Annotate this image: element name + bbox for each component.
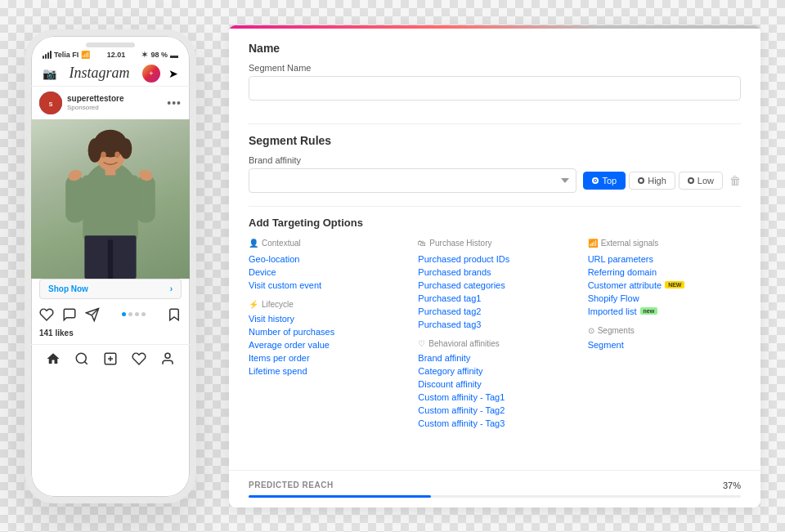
shopify-flow-link[interactable]: Shopify Flow: [588, 292, 741, 305]
lifetime-spend-link[interactable]: Lifetime spend: [249, 364, 401, 378]
category-affinity-link[interactable]: Category affinity: [418, 364, 571, 378]
stories-icon[interactable]: +: [142, 65, 160, 83]
segment-rules-title: Segment Rules: [249, 134, 741, 147]
home-nav-icon[interactable]: [46, 351, 61, 366]
purchased-brands-link[interactable]: Purchased brands: [418, 266, 571, 279]
profile-nav-icon[interactable]: [160, 351, 175, 366]
purchased-product-ids-link[interactable]: Purchased product IDs: [418, 253, 571, 266]
battery-label: 98 %: [150, 51, 168, 59]
search-nav-icon[interactable]: [74, 351, 89, 366]
bluetooth-icon: ✶: [141, 51, 148, 59]
shop-now-label: Shop Now: [48, 284, 88, 293]
predicted-reach-section: PREDICTED REACH 37%: [229, 470, 760, 507]
targeting-columns: 👤 Contextual Geo-location Device Visit c…: [249, 239, 741, 430]
segments-subsection: ⊙ Segments Segment: [588, 326, 741, 351]
lifecycle-header: ⚡ Lifecycle: [249, 300, 401, 309]
radio-dot-top: [592, 177, 599, 184]
svg-rect-9: [65, 175, 84, 222]
radio-high[interactable]: High: [629, 172, 675, 190]
num-purchases-link[interactable]: Number of purchases: [249, 325, 401, 338]
avg-order-value-link[interactable]: Average order value: [249, 338, 401, 351]
radio-low[interactable]: Low: [679, 172, 723, 190]
referring-domain-link[interactable]: Referring domain: [588, 266, 741, 279]
segments-header: ⊙ Segments: [588, 326, 741, 335]
add-nav-icon[interactable]: [103, 351, 118, 366]
customer-attribute-badge: NEW: [665, 281, 684, 288]
like-icon[interactable]: [39, 307, 54, 322]
status-right: ✶ 98 % ▬: [141, 51, 178, 60]
segment-link[interactable]: Segment: [588, 338, 741, 351]
post-image: [31, 119, 190, 279]
signal-icon: 📶: [588, 239, 598, 248]
custom-affinity-tag1-link[interactable]: Custom affinity - Tag1: [418, 391, 571, 404]
svg-rect-8: [83, 175, 137, 239]
behavioral-label: Behavioral affinities: [428, 339, 500, 348]
signal-bars: [43, 51, 52, 59]
purchased-categories-link[interactable]: Purchased categories: [418, 279, 571, 292]
segment-name-input[interactable]: [249, 76, 741, 101]
visit-history-link[interactable]: Visit history: [249, 312, 401, 325]
svg-line-20: [85, 361, 87, 364]
customer-attribute-link[interactable]: Customer attribute: [588, 279, 662, 292]
divider-1: [249, 123, 741, 124]
items-per-order-link[interactable]: Items per order: [249, 351, 401, 364]
purchased-tag2-link[interactable]: Purchased tag2: [418, 305, 571, 318]
main-layout: Telia FI 📶 12.01 ✶ 98 % ▬ 📷 Instagram + …: [0, 0, 785, 532]
affinity-radio-group: Top High Low: [583, 172, 723, 190]
segments-label: Segments: [598, 326, 635, 335]
dot-3: [135, 312, 139, 316]
shop-now-button[interactable]: Shop Now ›: [39, 279, 182, 299]
discount-affinity-link[interactable]: Discount affinity: [418, 378, 571, 391]
predicted-reach-label: PREDICTED REACH: [249, 481, 334, 490]
dot-1: [122, 312, 126, 316]
brand-affinity-select[interactable]: [249, 168, 576, 193]
svg-point-19: [76, 353, 86, 363]
more-options-icon[interactable]: •••: [167, 96, 182, 110]
carousel-dots: [122, 312, 146, 316]
targeting-col-3: 📶 External signals URL parameters Referr…: [588, 239, 741, 430]
lifecycle-label: Lifecycle: [262, 300, 294, 309]
delete-rule-icon[interactable]: 🗑: [729, 174, 741, 187]
url-parameters-link[interactable]: URL parameters: [588, 253, 741, 266]
username-label: superettestore: [67, 94, 123, 104]
imported-list-link[interactable]: Imported list: [588, 305, 637, 318]
purchased-tag1-link[interactable]: Purchased tag1: [418, 292, 571, 305]
time-label: 12.01: [107, 51, 126, 59]
svg-text:S: S: [49, 101, 53, 107]
bookmark-icon[interactable]: [167, 307, 182, 322]
phone-status-bar: Telia FI 📶 12.01 ✶ 98 % ▬: [31, 47, 190, 61]
brand-affinity-row: Top High Low 🗑: [249, 168, 741, 193]
svg-rect-10: [137, 175, 155, 222]
right-panel: Name Segment Name Segment Rules Brand af…: [229, 25, 760, 507]
radio-dot-high: [638, 177, 644, 184]
post-header: S superettestore Sponsored •••: [31, 87, 190, 119]
imported-list-badge: new: [640, 307, 658, 315]
share-icon[interactable]: [85, 307, 100, 322]
brand-affinity-link[interactable]: Brand affinity: [418, 351, 571, 364]
svg-point-7: [120, 138, 132, 159]
radio-top[interactable]: Top: [583, 172, 626, 190]
svg-point-6: [88, 138, 102, 163]
geo-location-link[interactable]: Geo-location: [249, 253, 401, 266]
segment-rules-section: Segment Rules Brand affinity Top High: [249, 134, 741, 193]
progress-bar-fill: [249, 495, 431, 498]
imported-list-row: Imported list new: [588, 305, 741, 318]
comment-icon[interactable]: [62, 307, 77, 322]
instagram-bottom-nav: [31, 344, 190, 369]
visit-custom-event-link[interactable]: Visit custom event: [249, 279, 401, 292]
custom-affinity-tag3-link[interactable]: Custom affinity - Tag3: [418, 417, 571, 430]
radio-low-label: Low: [698, 176, 714, 186]
camera-icon[interactable]: 📷: [43, 67, 56, 80]
heart-nav-icon[interactable]: [132, 351, 146, 366]
contextual-header: 👤 Contextual: [249, 239, 401, 248]
phone-mockup: Telia FI 📶 12.01 ✶ 98 % ▬ 📷 Instagram + …: [25, 29, 196, 503]
messages-icon[interactable]: ➤: [168, 67, 178, 80]
avatar: S: [39, 92, 62, 114]
device-link[interactable]: Device: [249, 266, 401, 279]
custom-affinity-tag2-link[interactable]: Custom affinity - Tag2: [418, 404, 571, 417]
purchased-tag3-link[interactable]: Purchased tag3: [418, 318, 571, 331]
bar4: [50, 51, 52, 59]
lifecycle-subsection: ⚡ Lifecycle Visit history Number of purc…: [249, 300, 401, 378]
divider-2: [249, 206, 741, 207]
predicted-reach-row: PREDICTED REACH 37%: [249, 481, 741, 490]
